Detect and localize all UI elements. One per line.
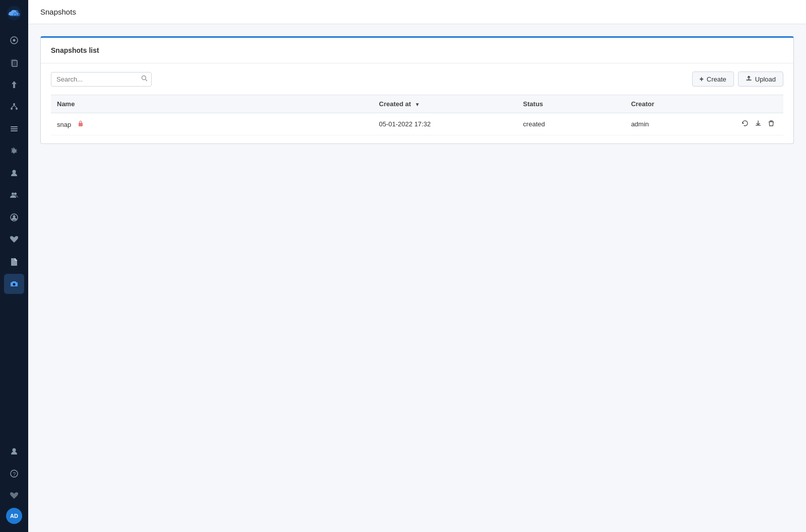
row-name-cell: snap bbox=[51, 113, 373, 135]
svg-point-7 bbox=[13, 103, 15, 105]
sidebar-item-user[interactable] bbox=[4, 163, 24, 183]
sidebar-item-documents[interactable] bbox=[4, 252, 24, 272]
sidebar-item-help[interactable]: ? bbox=[4, 464, 24, 484]
avatar[interactable]: AD bbox=[6, 508, 22, 524]
restore-button[interactable] bbox=[739, 118, 751, 130]
col-header-name: Name bbox=[51, 95, 373, 113]
sidebar-nav bbox=[0, 30, 28, 441]
toolbar-buttons: + Create Upload bbox=[692, 71, 783, 87]
sidebar-item-copy[interactable] bbox=[4, 52, 24, 72]
svg-text:?: ? bbox=[13, 472, 16, 477]
sidebar-item-integrations[interactable] bbox=[4, 97, 24, 117]
table-row: snap 05-01-2022 17:32 created bbox=[51, 113, 783, 135]
card-title: Snapshots list bbox=[51, 46, 99, 54]
sidebar-item-dashboard[interactable] bbox=[4, 30, 24, 50]
search-wrapper bbox=[51, 72, 152, 87]
sidebar-item-list[interactable] bbox=[4, 119, 24, 139]
upload-label: Upload bbox=[755, 75, 776, 83]
sidebar-item-account[interactable] bbox=[4, 441, 24, 462]
svg-rect-6 bbox=[11, 59, 16, 65]
create-button[interactable]: + Create bbox=[692, 71, 734, 87]
row-name: snap bbox=[57, 121, 71, 128]
app-logo[interactable] bbox=[5, 4, 23, 22]
svg-line-11 bbox=[14, 105, 17, 108]
row-status: created bbox=[523, 120, 545, 128]
row-created: 05-01-2022 17:32 bbox=[379, 120, 431, 128]
sidebar-item-profile[interactable] bbox=[4, 207, 24, 227]
row-created-cell: 05-01-2022 17:32 bbox=[373, 113, 517, 135]
sidebar-item-health2[interactable] bbox=[4, 486, 24, 506]
toolbar: + Create Upload bbox=[51, 71, 783, 87]
svg-point-24 bbox=[142, 76, 146, 80]
svg-rect-14 bbox=[11, 130, 18, 131]
upload-icon bbox=[746, 75, 752, 83]
row-creator-cell: admin bbox=[625, 113, 733, 135]
search-icon[interactable] bbox=[141, 75, 148, 83]
col-header-created[interactable]: Created at ▼ bbox=[373, 95, 517, 113]
actions-cell bbox=[739, 118, 777, 130]
svg-point-21 bbox=[13, 448, 16, 452]
snapshots-card: Snapshots list + Create bbox=[40, 36, 794, 144]
sidebar-item-team[interactable] bbox=[4, 185, 24, 205]
plus-icon: + bbox=[700, 75, 704, 83]
page-title: Snapshots bbox=[40, 8, 76, 16]
card-body: + Create Upload bbox=[41, 63, 793, 143]
sidebar-item-deploy[interactable] bbox=[4, 74, 24, 95]
svg-point-15 bbox=[13, 170, 16, 174]
svg-rect-13 bbox=[11, 128, 18, 129]
col-header-status: Status bbox=[517, 95, 625, 113]
svg-line-10 bbox=[12, 105, 14, 108]
svg-point-4 bbox=[13, 39, 16, 42]
upload-button[interactable]: Upload bbox=[738, 71, 783, 87]
svg-point-20 bbox=[13, 283, 16, 286]
svg-rect-12 bbox=[11, 126, 18, 127]
lock-icon bbox=[77, 120, 84, 128]
svg-point-19 bbox=[13, 215, 16, 218]
card-header: Snapshots list bbox=[41, 38, 793, 63]
sidebar-item-snapshots[interactable] bbox=[4, 274, 24, 294]
sidebar: ? AD bbox=[0, 0, 28, 532]
svg-point-8 bbox=[11, 108, 13, 110]
search-input[interactable] bbox=[51, 72, 152, 87]
svg-point-17 bbox=[14, 193, 17, 195]
svg-point-16 bbox=[12, 193, 14, 195]
row-actions-cell bbox=[733, 113, 783, 135]
sort-arrow-icon: ▼ bbox=[415, 102, 420, 107]
svg-point-9 bbox=[16, 108, 18, 110]
page-content: Snapshots list + Create bbox=[28, 24, 806, 532]
topbar: Snapshots bbox=[28, 0, 806, 24]
delete-button[interactable] bbox=[765, 118, 777, 130]
col-header-creator: Creator bbox=[625, 95, 733, 113]
sidebar-item-health[interactable] bbox=[4, 230, 24, 250]
svg-point-2 bbox=[14, 13, 16, 15]
table-body: snap 05-01-2022 17:32 created bbox=[51, 113, 783, 135]
col-header-actions bbox=[733, 95, 783, 113]
main-content: Snapshots Snapshots list bbox=[28, 0, 806, 532]
snapshots-table: Name Created at ▼ Status Creator bbox=[51, 95, 783, 135]
svg-rect-26 bbox=[79, 123, 83, 126]
sidebar-bottom: ? AD bbox=[4, 441, 24, 524]
row-status-cell: created bbox=[517, 113, 625, 135]
row-creator: admin bbox=[631, 120, 649, 128]
download-button[interactable] bbox=[752, 118, 764, 130]
create-label: Create bbox=[707, 75, 726, 83]
sidebar-item-settings[interactable] bbox=[4, 141, 24, 161]
table-header: Name Created at ▼ Status Creator bbox=[51, 95, 783, 113]
svg-line-25 bbox=[146, 80, 148, 82]
